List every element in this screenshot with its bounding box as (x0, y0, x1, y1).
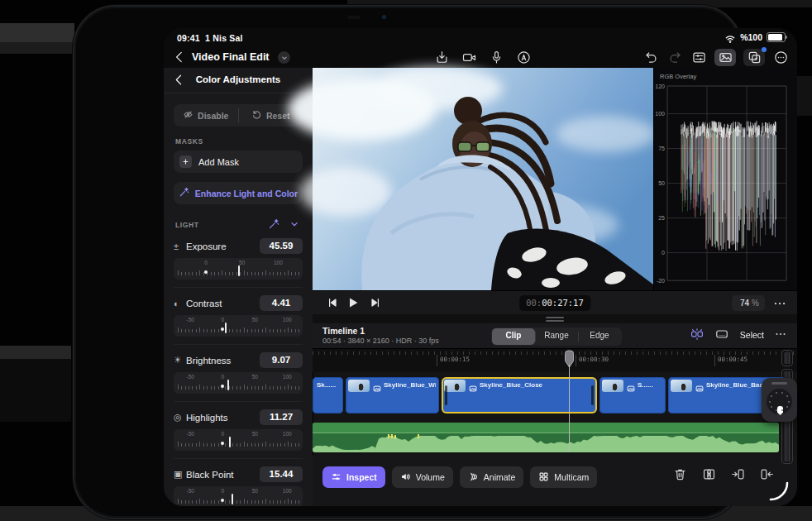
clip-overview-icon[interactable] (715, 327, 730, 342)
audio-track-clip[interactable] (313, 423, 779, 452)
mode-range[interactable]: Range (535, 328, 578, 345)
adjustment-control: ☀ Brightness 9.07 -50050100 (174, 344, 303, 394)
adjustment-slider[interactable]: -50050100 (174, 486, 303, 506)
black-point-icon: ▣ (174, 469, 186, 480)
viewer-more-icon[interactable] (772, 296, 787, 311)
viewer-zoom-button[interactable]: 74% (732, 295, 765, 311)
annotate-icon[interactable] (515, 49, 532, 65)
adjustment-slider[interactable]: -50050100 (174, 315, 303, 337)
animate-button[interactable]: Animate (460, 466, 524, 488)
slider-origin-dot (204, 270, 208, 274)
enhance-light-color-button[interactable]: Enhance Light and Color (174, 182, 303, 204)
scrollbar-segment[interactable] (781, 350, 793, 366)
timecode-display[interactable]: 00:00:27:17 (519, 295, 590, 311)
magic-wand-icon (179, 187, 189, 199)
slider-scale-label: -50 (187, 317, 194, 323)
jog-dial[interactable] (767, 389, 792, 414)
svg-text:75: 75 (658, 146, 665, 151)
import-icon[interactable] (433, 49, 450, 65)
svg-text:-20: -20 (657, 278, 665, 284)
timeline-ruler[interactable]: 00:00:1500:00:3000:00:45 (313, 348, 797, 372)
microphone-icon[interactable] (488, 49, 504, 65)
timeline-clip[interactable]: Sk...... (313, 377, 343, 413)
adjustment-slider[interactable]: 050100 (174, 258, 303, 280)
adjustment-slider[interactable]: -50050100 (174, 429, 303, 451)
clip-media-icon (695, 381, 705, 390)
status-bar: 09:41 1 Nis Sal %100 (164, 28, 797, 46)
adjustment-value[interactable]: 4.41 (260, 295, 303, 311)
skip-back-icon[interactable] (326, 296, 341, 311)
inspector-panel-icon[interactable] (690, 49, 707, 65)
backdrop-block (0, 359, 71, 422)
disable-button[interactable]: Disable (174, 104, 238, 127)
insert-left-icon[interactable] (731, 467, 747, 483)
volume-button[interactable]: Volume (392, 466, 453, 488)
slider-value-indicator[interactable] (229, 437, 231, 447)
slider-scale-label: 50 (239, 260, 245, 265)
adjustment-value[interactable]: 9.07 (260, 352, 303, 368)
project-title-chevron-icon[interactable] (278, 51, 290, 64)
trash-icon[interactable] (673, 467, 689, 483)
slider-value-indicator[interactable] (227, 380, 229, 390)
slider-scale-label: 100 (283, 374, 292, 380)
timeline-more-icon[interactable] (774, 327, 789, 342)
jog-wheel[interactable] (762, 378, 797, 422)
clip-name: S...... (638, 381, 662, 389)
clip-name: Skyline_Blue_Wide (384, 381, 436, 389)
split-clip-icon[interactable] (702, 467, 718, 483)
timeline-clip[interactable]: S...... (599, 377, 666, 413)
reset-icon (251, 109, 262, 122)
jog-tick-dot (771, 395, 772, 397)
slider-value-indicator[interactable] (232, 494, 233, 504)
status-date: 1 Nis Sal (205, 33, 243, 43)
clip-name: Skyline_Blue_Close (480, 381, 594, 389)
trim-handle-left[interactable] (445, 385, 447, 405)
mode-clip[interactable]: Clip (492, 328, 535, 345)
light-auto-wand-icon[interactable] (268, 218, 280, 231)
snapping-icon[interactable] (690, 327, 705, 342)
timeline-clip[interactable]: Skyline_Blue_Wide (346, 377, 439, 413)
skip-forward-icon[interactable] (369, 296, 384, 311)
effects-icon[interactable] (743, 49, 765, 66)
adjustment-name: Black Point (186, 470, 260, 480)
adjustment-value[interactable]: 11.27 (260, 409, 303, 425)
select-button[interactable]: Select (740, 330, 764, 340)
slider-value-indicator[interactable] (238, 265, 240, 276)
add-mask-label: Add Mask (198, 157, 239, 167)
svg-text:100: 100 (655, 111, 665, 117)
play-icon[interactable] (346, 296, 361, 311)
plus-icon (179, 155, 192, 168)
adjustment-name: Brightness (186, 356, 260, 366)
mode-edge[interactable]: Edge (578, 328, 621, 345)
camera-icon[interactable] (461, 49, 477, 65)
panel-resize-handle[interactable] (313, 314, 797, 323)
wifi-icon (724, 33, 736, 42)
add-mask-button[interactable]: Add Mask (174, 151, 303, 173)
trim-handle-right[interactable] (591, 385, 594, 405)
brightness-icon: ☀ (174, 355, 186, 366)
inspect-button[interactable]: Inspect (322, 466, 385, 488)
slider-scale-label: 0 (221, 431, 224, 437)
video-preview[interactable] (313, 68, 653, 290)
slider-value-indicator[interactable] (225, 323, 227, 333)
ruler-timecode-label: 00:00:30 (576, 355, 609, 366)
more-icon[interactable] (772, 49, 789, 65)
svg-text:120: 120 (655, 84, 665, 89)
media-browser-icon[interactable] (714, 49, 736, 66)
color-adjustments-panel: Color Adjustments Disable Reset MASKS (164, 68, 313, 506)
adjustment-value[interactable]: 45.59 (260, 238, 303, 254)
jog-tick-dot (769, 401, 771, 403)
rgb-overlay-waveform: 1201007550250-20 (654, 68, 797, 290)
adjustment-slider[interactable]: -50050100 (174, 372, 303, 394)
backdrop-block (0, 23, 74, 42)
adjustment-value[interactable]: 15.44 (260, 466, 303, 482)
back-icon[interactable] (172, 50, 187, 65)
slider-scale-label: 50 (252, 488, 258, 494)
redo-icon[interactable] (666, 49, 683, 65)
light-collapse-chevron-icon[interactable] (289, 218, 301, 231)
multicam-button[interactable]: Multicam (530, 466, 597, 488)
undo-icon[interactable] (642, 49, 659, 65)
timeline-clip[interactable]: Skyline_Blue_Close (442, 377, 597, 413)
slider-scale-label: 0 (221, 374, 224, 380)
timeline-specs: 00:54 · 3840 × 2160 · HDR · 30 fps (322, 337, 439, 345)
